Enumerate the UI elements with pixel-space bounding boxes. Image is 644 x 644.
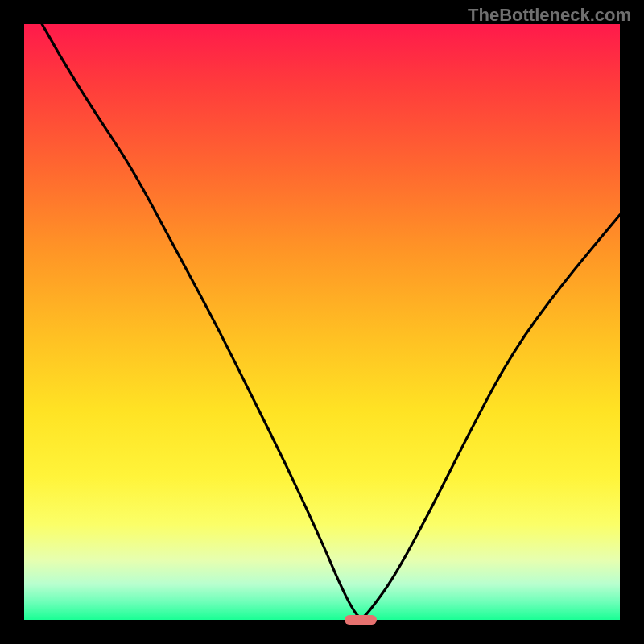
minimum-marker	[345, 615, 378, 625]
chart-container: TheBottleneck.com	[0, 0, 644, 644]
bottleneck-curve-path	[42, 24, 620, 617]
watermark-text: TheBottleneck.com	[468, 5, 631, 26]
plot-area	[24, 24, 620, 620]
curve-svg	[24, 24, 620, 620]
